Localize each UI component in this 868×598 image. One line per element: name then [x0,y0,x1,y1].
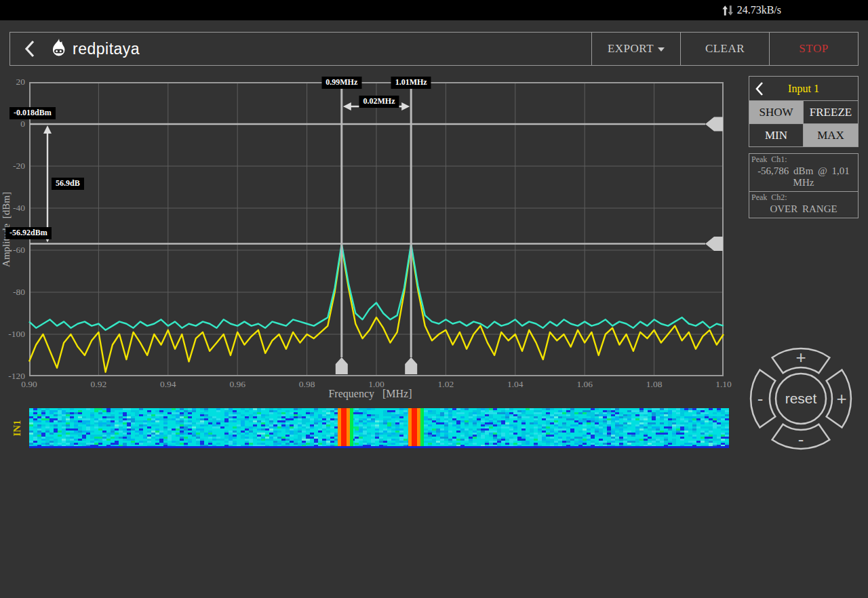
plot-border [30,83,723,376]
x-tick-label: 1.00 [359,379,394,390]
y-tick-label: -100 [0,329,25,340]
y-tick-label: -40 [0,203,25,214]
amp-cursor1-label: -0.018dBm [9,107,56,119]
freq-cursor2-handle[interactable] [405,357,417,374]
back-button[interactable] [10,33,50,65]
export-label: EXPORT [608,42,654,56]
x-tick-label: 0.96 [220,379,255,390]
network-throughput: 24.73kB/s [737,4,781,16]
pad-up-label: + [795,347,806,367]
flame-icon [50,39,68,59]
status-bar: 24.73kB/s [0,0,868,20]
stop-button[interactable]: STOP [769,33,858,65]
x-tick-label: 0.94 [151,379,186,390]
y-tick-label: -80 [0,287,25,298]
spectrum-trace-current [29,246,724,372]
x-tick-label: 0.92 [81,379,116,390]
freq-cursor1-handle[interactable] [336,357,348,374]
arrow-left-head [343,102,351,111]
pad-left-label: - [757,388,764,409]
zoom-pan-pad: + + - - reset [748,346,854,452]
x-tick-label: 1.10 [706,379,741,390]
peak-ch2-section: Peak Ch2: OVER RANGE [749,191,858,218]
header-spacer [140,33,591,65]
spectrum-chart [0,0,868,475]
chevron-left-icon [24,39,35,58]
waterfall-display [29,408,729,448]
amp-cursor2-label: -56.92dBm [5,227,52,239]
spectrum-trace-max [29,244,724,330]
chevron-left-icon [755,81,764,96]
caret-down-icon [658,47,665,52]
peak-ch1-section: Peak Ch1: -56,786 dBm @ 1,01 MHz [749,154,858,191]
peak-readout-box: Peak Ch1: -56,786 dBm @ 1,01 MHz Peak Ch… [749,153,859,218]
arrow-right-head [401,102,410,111]
max-button[interactable]: MAX [803,123,859,147]
clear-button[interactable]: CLEAR [680,33,769,65]
network-traffic-icon [722,4,734,17]
arrow-up-head [43,125,52,134]
logo-text: redpitaya [73,40,140,58]
freq-cursor2-label: 1.01MHz [391,77,431,89]
freeze-button[interactable]: FREEZE [803,100,859,124]
x-tick-label: 1.08 [637,379,672,390]
channel-panel-header: Input 1 [749,76,859,101]
channel-title: Input 1 [788,83,819,95]
peak-ch1-label: Peak Ch1: [751,155,856,165]
amp-cursor1-handle[interactable] [705,117,723,132]
amp-cursor2-handle[interactable] [705,237,723,251]
x-tick-label: 0.98 [290,379,325,390]
peak-ch2-value: OVER RANGE [751,203,856,215]
redpitaya-logo: redpitaya [50,33,140,65]
amp-delta-label: 56.9dB [52,178,84,190]
freq-cursor1-label: 0.99MHz [321,77,361,89]
app-screen: 24.73kB/s redpitaya EXPORT CLEAR STOP F [0,0,868,598]
x-tick-label: 1.06 [567,379,602,390]
freq-delta-label: 0.02MHz [359,96,399,108]
x-tick-label: 1.04 [498,379,533,390]
waterfall-channel-label: IN1 [12,415,23,442]
y-tick-label: -120 [0,371,25,382]
app-header: redpitaya EXPORT CLEAR STOP [9,32,859,66]
y-tick-label: 20 [0,77,25,87]
y-tick-label: -20 [0,161,25,172]
panel-back-button[interactable] [755,81,764,99]
show-button[interactable]: SHOW [749,100,804,124]
min-button[interactable]: MIN [749,123,804,147]
y-tick-label: 0 [0,119,25,129]
peak-ch1-value: -56,786 dBm @ 1,01 MHz [751,165,856,188]
y-tick-label: -60 [0,245,25,256]
channel-panel: Input 1 SHOW FREEZE MIN MAX Peak Ch1: -5… [749,76,859,218]
peak-ch2-label: Peak Ch2: [751,193,856,203]
pad-right-label: + [836,388,846,409]
export-button[interactable]: EXPORT [591,33,680,65]
reset-label: reset [785,391,817,406]
pad-down-label: - [798,429,804,450]
x-tick-label: 1.02 [428,379,463,390]
channel-buttons: SHOW FREEZE MIN MAX [749,101,859,147]
